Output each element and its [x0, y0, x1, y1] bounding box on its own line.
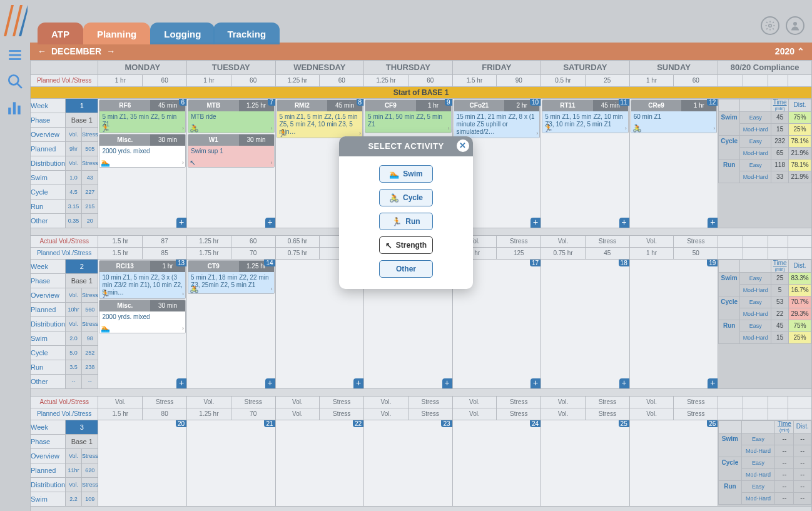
- activity-strength-button[interactable]: ↖Strength: [379, 236, 433, 254]
- cycle-icon: 🚴: [389, 193, 399, 203]
- run-icon: 🏃: [392, 217, 402, 226]
- select-activity-modal: SELECT ACTIVITY ✕ 🏊Swim 🚴Cycle 🏃Run ↖Str…: [339, 136, 473, 289]
- modal-close-icon[interactable]: ✕: [457, 139, 469, 152]
- swim-icon: 🏊: [389, 169, 399, 179]
- activity-swim-button[interactable]: 🏊Swim: [379, 165, 433, 183]
- activity-run-button[interactable]: 🏃Run: [379, 213, 433, 230]
- strength-icon: ↖: [385, 241, 392, 250]
- modal-title: SELECT ACTIVITY: [368, 141, 444, 151]
- activity-other-button[interactable]: Other: [379, 260, 433, 278]
- activity-cycle-button[interactable]: 🚴Cycle: [379, 189, 433, 206]
